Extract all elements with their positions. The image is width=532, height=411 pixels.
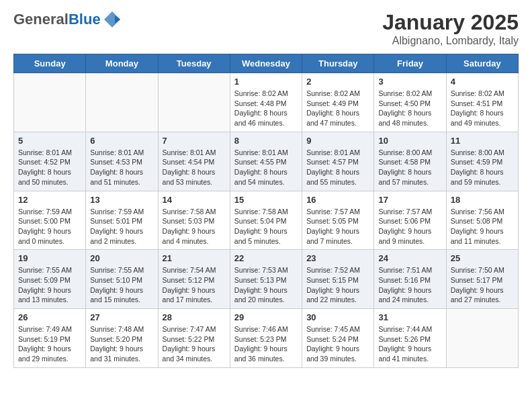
day-info: Sunrise: 7:45 AM Sunset: 5:24 PM Dayligh… xyxy=(306,324,369,364)
day-number: 7 xyxy=(163,136,226,146)
calendar-cell: 19Sunrise: 7:55 AM Sunset: 5:09 PM Dayli… xyxy=(14,250,86,309)
day-info: Sunrise: 8:01 AM Sunset: 4:53 PM Dayligh… xyxy=(90,148,153,187)
calendar-cell: 30Sunrise: 7:45 AM Sunset: 5:24 PM Dayli… xyxy=(302,309,374,368)
calendar-cell: 17Sunrise: 7:57 AM Sunset: 5:06 PM Dayli… xyxy=(374,191,446,250)
day-info: Sunrise: 7:44 AM Sunset: 5:26 PM Dayligh… xyxy=(378,324,441,364)
calendar-cell: 5Sunrise: 8:01 AM Sunset: 4:52 PM Daylig… xyxy=(14,132,86,191)
day-number: 16 xyxy=(306,195,369,205)
day-number: 23 xyxy=(306,253,369,263)
calendar-cell: 29Sunrise: 7:46 AM Sunset: 5:23 PM Dayli… xyxy=(230,309,302,368)
calendar-cell: 15Sunrise: 7:58 AM Sunset: 5:04 PM Dayli… xyxy=(230,191,302,250)
day-info: Sunrise: 7:54 AM Sunset: 5:12 PM Dayligh… xyxy=(163,265,226,305)
day-info: Sunrise: 7:53 AM Sunset: 5:13 PM Dayligh… xyxy=(234,265,298,305)
calendar-cell: 9Sunrise: 8:01 AM Sunset: 4:57 PM Daylig… xyxy=(302,132,374,191)
calendar-cell: 26Sunrise: 7:49 AM Sunset: 5:19 PM Dayli… xyxy=(14,309,86,368)
day-number: 1 xyxy=(234,77,298,87)
calendar-cell: 8Sunrise: 8:01 AM Sunset: 4:55 PM Daylig… xyxy=(230,132,302,191)
calendar-cell: 12Sunrise: 7:59 AM Sunset: 5:00 PM Dayli… xyxy=(14,191,86,250)
day-info: Sunrise: 8:00 AM Sunset: 4:58 PM Dayligh… xyxy=(378,148,441,187)
day-info: Sunrise: 7:58 AM Sunset: 5:03 PM Dayligh… xyxy=(163,207,226,246)
day-number: 28 xyxy=(163,312,226,322)
calendar-cell: 14Sunrise: 7:58 AM Sunset: 5:03 PM Dayli… xyxy=(158,191,230,250)
week-row-4: 19Sunrise: 7:55 AM Sunset: 5:09 PM Dayli… xyxy=(14,250,519,309)
day-info: Sunrise: 7:57 AM Sunset: 5:06 PM Dayligh… xyxy=(378,207,441,246)
day-number: 30 xyxy=(306,312,369,322)
day-info: Sunrise: 7:59 AM Sunset: 5:00 PM Dayligh… xyxy=(18,207,81,246)
day-info: Sunrise: 7:48 AM Sunset: 5:20 PM Dayligh… xyxy=(90,324,153,364)
calendar-cell: 13Sunrise: 7:59 AM Sunset: 5:01 PM Dayli… xyxy=(86,191,158,250)
calendar-cell: 31Sunrise: 7:44 AM Sunset: 5:26 PM Dayli… xyxy=(374,309,446,368)
calendar-cell: 11Sunrise: 8:00 AM Sunset: 4:59 PM Dayli… xyxy=(446,132,518,191)
day-number: 31 xyxy=(378,312,441,322)
day-info: Sunrise: 7:47 AM Sunset: 5:22 PM Dayligh… xyxy=(163,324,226,364)
calendar-table: SundayMondayTuesdayWednesdayThursdayFrid… xyxy=(13,54,519,368)
day-number: 9 xyxy=(306,136,369,146)
day-number: 2 xyxy=(306,77,369,87)
day-number: 8 xyxy=(234,136,298,146)
calendar-cell: 4Sunrise: 8:02 AM Sunset: 4:51 PM Daylig… xyxy=(446,73,518,132)
calendar-cell: 24Sunrise: 7:51 AM Sunset: 5:16 PM Dayli… xyxy=(374,250,446,309)
calendar-cell: 21Sunrise: 7:54 AM Sunset: 5:12 PM Dayli… xyxy=(158,250,230,309)
day-number: 27 xyxy=(90,312,153,322)
calendar-cell xyxy=(158,73,230,132)
day-info: Sunrise: 7:59 AM Sunset: 5:01 PM Dayligh… xyxy=(90,207,153,246)
day-number: 20 xyxy=(90,253,153,263)
day-number: 14 xyxy=(163,195,226,205)
calendar-cell: 7Sunrise: 8:01 AM Sunset: 4:54 PM Daylig… xyxy=(158,132,230,191)
day-info: Sunrise: 8:01 AM Sunset: 4:52 PM Dayligh… xyxy=(18,148,81,187)
day-info: Sunrise: 7:55 AM Sunset: 5:09 PM Dayligh… xyxy=(18,265,81,305)
day-header-wednesday: Wednesday xyxy=(230,54,302,73)
day-header-friday: Friday xyxy=(374,54,446,73)
day-number: 5 xyxy=(18,136,81,146)
day-number: 4 xyxy=(451,77,514,87)
calendar-cell: 20Sunrise: 7:55 AM Sunset: 5:10 PM Dayli… xyxy=(86,250,158,309)
day-info: Sunrise: 7:56 AM Sunset: 5:08 PM Dayligh… xyxy=(451,207,514,246)
calendar-header-row: SundayMondayTuesdayWednesdayThursdayFrid… xyxy=(14,54,519,73)
calendar-cell xyxy=(86,73,158,132)
day-info: Sunrise: 8:01 AM Sunset: 4:55 PM Dayligh… xyxy=(234,148,298,187)
main-container: GeneralBlue January 2025 Albignano, Lomb… xyxy=(0,0,532,378)
day-info: Sunrise: 7:57 AM Sunset: 5:05 PM Dayligh… xyxy=(306,207,369,246)
day-number: 24 xyxy=(378,253,441,263)
week-row-2: 5Sunrise: 8:01 AM Sunset: 4:52 PM Daylig… xyxy=(14,132,519,191)
calendar-cell: 25Sunrise: 7:50 AM Sunset: 5:17 PM Dayli… xyxy=(446,250,518,309)
calendar-cell: 23Sunrise: 7:52 AM Sunset: 5:15 PM Dayli… xyxy=(302,250,374,309)
calendar-cell: 16Sunrise: 7:57 AM Sunset: 5:05 PM Dayli… xyxy=(302,191,374,250)
day-info: Sunrise: 8:00 AM Sunset: 4:59 PM Dayligh… xyxy=(451,148,514,187)
day-header-sunday: Sunday xyxy=(14,54,86,73)
day-number: 21 xyxy=(163,253,226,263)
day-info: Sunrise: 8:01 AM Sunset: 4:57 PM Dayligh… xyxy=(306,148,369,187)
day-info: Sunrise: 8:01 AM Sunset: 4:54 PM Dayligh… xyxy=(163,148,226,187)
location: Albignano, Lombardy, Italy xyxy=(382,35,519,47)
title-block: January 2025 Albignano, Lombardy, Italy xyxy=(382,10,519,47)
calendar-cell xyxy=(14,73,86,132)
calendar-cell: 27Sunrise: 7:48 AM Sunset: 5:20 PM Dayli… xyxy=(86,309,158,368)
day-header-monday: Monday xyxy=(86,54,158,73)
week-row-1: 1Sunrise: 8:02 AM Sunset: 4:48 PM Daylig… xyxy=(14,73,519,132)
day-number: 18 xyxy=(451,195,514,205)
calendar-cell xyxy=(446,309,518,368)
calendar-cell: 28Sunrise: 7:47 AM Sunset: 5:22 PM Dayli… xyxy=(158,309,230,368)
calendar-cell: 22Sunrise: 7:53 AM Sunset: 5:13 PM Dayli… xyxy=(230,250,302,309)
day-info: Sunrise: 7:58 AM Sunset: 5:04 PM Dayligh… xyxy=(234,207,298,246)
day-header-thursday: Thursday xyxy=(302,54,374,73)
day-number: 12 xyxy=(18,195,81,205)
logo-icon xyxy=(103,10,122,29)
calendar-cell: 3Sunrise: 8:02 AM Sunset: 4:50 PM Daylig… xyxy=(374,73,446,132)
day-info: Sunrise: 7:46 AM Sunset: 5:23 PM Dayligh… xyxy=(234,324,298,364)
logo-general: GeneralBlue xyxy=(13,12,101,27)
calendar-cell: 2Sunrise: 8:02 AM Sunset: 4:49 PM Daylig… xyxy=(302,73,374,132)
month-title: January 2025 xyxy=(382,10,519,35)
day-info: Sunrise: 8:02 AM Sunset: 4:49 PM Dayligh… xyxy=(306,89,369,128)
calendar-cell: 10Sunrise: 8:00 AM Sunset: 4:58 PM Dayli… xyxy=(374,132,446,191)
day-number: 10 xyxy=(378,136,441,146)
day-header-tuesday: Tuesday xyxy=(158,54,230,73)
calendar-cell: 6Sunrise: 8:01 AM Sunset: 4:53 PM Daylig… xyxy=(86,132,158,191)
day-info: Sunrise: 8:02 AM Sunset: 4:48 PM Dayligh… xyxy=(234,89,298,128)
day-number: 11 xyxy=(451,136,514,146)
logo: GeneralBlue xyxy=(13,10,122,29)
week-row-3: 12Sunrise: 7:59 AM Sunset: 5:00 PM Dayli… xyxy=(14,191,519,250)
day-number: 25 xyxy=(451,253,514,263)
day-info: Sunrise: 8:02 AM Sunset: 4:50 PM Dayligh… xyxy=(378,89,441,128)
day-number: 13 xyxy=(90,195,153,205)
